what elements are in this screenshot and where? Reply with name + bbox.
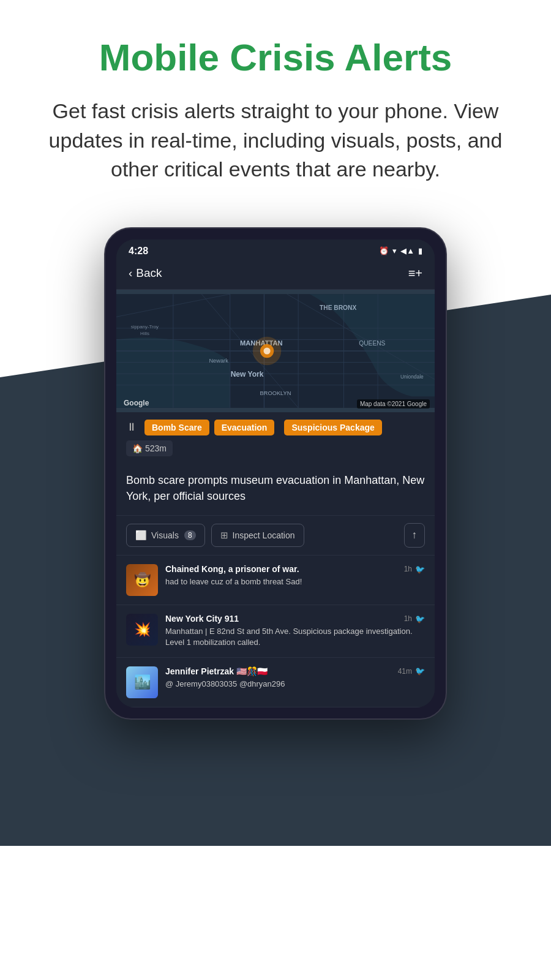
post-author: Chained Kong, a prisoner of war. (165, 564, 299, 574)
post-content: New York City 911 1h 🐦 Manhattan | E 82n… (165, 614, 425, 648)
feed-section: 🤠 Chained Kong, a prisoner of war. 1h 🐦 … (116, 556, 435, 707)
image-icon: ⬜ (135, 530, 147, 541)
svg-point-27 (253, 337, 281, 365)
post-time: 1h (404, 565, 412, 573)
visuals-button[interactable]: ⬜ Visuals 8 (126, 524, 205, 547)
phone-inner: 4:28 ⏰ ▾ ◀▲ ▮ ‹ Back ≡+ (116, 239, 435, 707)
avatar: 🏙️ (126, 666, 158, 698)
phone-mockup: 4:28 ⏰ ▾ ◀▲ ▮ ‹ Back ≡+ (104, 227, 447, 720)
add-list-button[interactable]: ≡+ (408, 266, 422, 281)
header-section: Mobile Crisis Alerts Get fast crisis ale… (0, 0, 551, 203)
google-map-label: Google (124, 399, 149, 407)
svg-text:THE BRONX: THE BRONX (320, 304, 356, 311)
visuals-label: Visuals (151, 530, 179, 540)
tag-evacuation[interactable]: Evacuation (214, 420, 275, 435)
battery-icon: ▮ (418, 246, 422, 255)
avatar: 💥 (126, 614, 158, 646)
post-time: 41m (398, 667, 412, 676)
post-meta: 1h 🐦 (404, 565, 425, 574)
status-time: 4:28 (129, 246, 148, 257)
inspect-location-button[interactable]: ⊞ Inspect Location (211, 524, 304, 547)
svg-text:QUEENS: QUEENS (359, 340, 385, 347)
avatar-emoji: 💥 (134, 622, 151, 638)
pause-icon: ⏸ (126, 421, 137, 434)
status-bar: 4:28 ⏰ ▾ ◀▲ ▮ (116, 239, 435, 260)
avatar-emoji: 🤠 (134, 572, 151, 588)
phone-section: 4:28 ⏰ ▾ ◀▲ ▮ ‹ Back ≡+ (0, 203, 551, 846)
svg-text:Hills: Hills (140, 331, 149, 336)
avatar: 🤠 (126, 564, 158, 596)
avatar-emoji: 🏙️ (134, 674, 151, 690)
nav-bar: ‹ Back ≡+ (116, 260, 435, 290)
post-content: Jennifer Pietrzak 🇺🇸🎊🇵🇱 41m 🐦 @ Jeremy03… (165, 666, 425, 698)
twitter-icon: 🐦 (415, 614, 425, 624)
map-data-label: Map data ©2021 Google (357, 399, 430, 409)
post-text: Manhattan | E 82nd St and 5th Ave. Suspi… (165, 626, 425, 648)
post-content: Chained Kong, a prisoner of war. 1h 🐦 ha… (165, 564, 425, 596)
post-item: 🏙️ Jennifer Pietrzak 🇺🇸🎊🇵🇱 41m 🐦 @ Je (116, 658, 435, 707)
post-item: 🤠 Chained Kong, a prisoner of war. 1h 🐦 … (116, 556, 435, 605)
inspect-icon: ⊞ (220, 530, 228, 541)
signal-icon: ◀▲ (400, 246, 414, 255)
post-time: 1h (404, 614, 412, 623)
post-author: New York City 911 (165, 614, 239, 624)
twitter-icon: 🐦 (415, 666, 425, 676)
post-author: Jennifer Pietrzak 🇺🇸🎊🇵🇱 (165, 666, 268, 676)
back-label: Back (136, 266, 162, 280)
chevron-left-icon: ‹ (129, 266, 132, 280)
page-subtitle: Get fast crisis alerts straight to your … (37, 97, 514, 184)
wifi-icon: ▾ (392, 246, 397, 255)
post-header: Jennifer Pietrzak 🇺🇸🎊🇵🇱 41m 🐦 (165, 666, 425, 676)
distance-value: 523m (145, 443, 167, 453)
headline-text: Bomb scare prompts museum evacuation in … (126, 472, 425, 504)
twitter-icon: 🐦 (415, 565, 425, 574)
post-header: Chained Kong, a prisoner of war. 1h 🐦 (165, 564, 425, 574)
svg-text:Newark: Newark (209, 358, 228, 364)
svg-text:BROOKLYN: BROOKLYN (260, 390, 291, 396)
svg-text:New York: New York (231, 370, 264, 379)
tag-bomb-scare[interactable]: Bomb Scare (144, 420, 209, 435)
tag-suspicious-package[interactable]: Suspicious Package (284, 420, 381, 435)
actions-section: ⬜ Visuals 8 ⊞ Inspect Location ↑ (116, 516, 435, 556)
page-wrapper: Mobile Crisis Alerts Get fast crisis ale… (0, 0, 551, 980)
back-button[interactable]: ‹ Back (129, 266, 162, 280)
post-text: @ Jeremy03803035 @dhryan296 (165, 679, 425, 690)
home-icon: 🏠 (132, 443, 143, 453)
map-container: THE BRONX MANHATTAN Newark New York QUEE… (116, 290, 435, 412)
post-meta: 1h 🐦 (404, 614, 425, 624)
svg-text:Uniondale: Uniondale (400, 374, 424, 380)
share-icon: ↑ (412, 529, 418, 541)
post-text: had to leave cuz of a bomb threat Sad! (165, 576, 425, 587)
page-title: Mobile Crisis Alerts (37, 37, 514, 78)
post-item: 💥 New York City 911 1h 🐦 Manhattan | E 8… (116, 605, 435, 657)
post-header: New York City 911 1h 🐦 (165, 614, 425, 624)
map-svg: THE BRONX MANHATTAN Newark New York QUEE… (116, 290, 435, 412)
alarm-icon: ⏰ (379, 246, 389, 255)
svg-text:sippany-Troy: sippany-Troy (131, 324, 159, 330)
post-meta: 41m 🐦 (398, 666, 425, 676)
visuals-count: 8 (184, 530, 196, 540)
distance-badge: 🏠 523m (126, 440, 173, 456)
status-icons: ⏰ ▾ ◀▲ ▮ (379, 246, 422, 255)
headline-section: Bomb scare prompts museum evacuation in … (116, 464, 435, 516)
tags-section: ⏸ Bomb Scare Evacuation Suspicious Packa… (116, 412, 435, 464)
inspect-label: Inspect Location (233, 530, 295, 540)
share-button[interactable]: ↑ (404, 523, 425, 548)
